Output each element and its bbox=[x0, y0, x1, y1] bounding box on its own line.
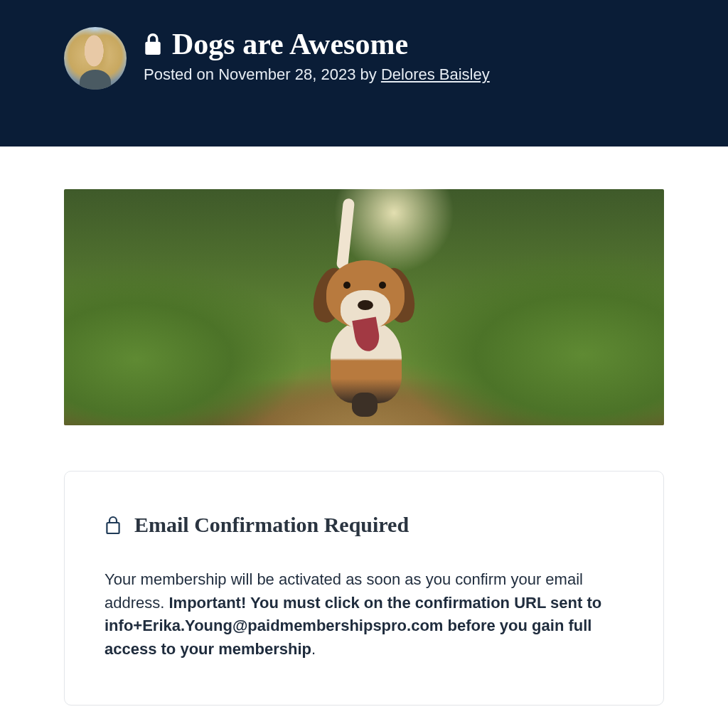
author-avatar[interactable] bbox=[64, 27, 127, 90]
content-area: Email Confirmation Required Your members… bbox=[0, 147, 728, 719]
meta-by: by bbox=[355, 65, 380, 83]
post-meta: Posted on November 28, 2023 by Delores B… bbox=[144, 65, 490, 84]
author-link[interactable]: Delores Baisley bbox=[381, 65, 490, 83]
notice-body-period: . bbox=[311, 640, 316, 658]
notice-title: Email Confirmation Required bbox=[134, 513, 409, 537]
notice-body-important: Important! You must click on the confirm… bbox=[105, 594, 601, 658]
post-date: November 28, 2023 bbox=[218, 65, 355, 83]
title-line: Dogs are Awesome bbox=[144, 27, 490, 61]
lock-outline-icon bbox=[105, 515, 122, 535]
post-title: Dogs are Awesome bbox=[172, 27, 408, 61]
meta-prefix: Posted on bbox=[144, 65, 218, 83]
featured-image bbox=[64, 189, 664, 425]
title-wrap: Dogs are Awesome Posted on November 28, … bbox=[144, 27, 490, 84]
post-header: Dogs are Awesome Posted on November 28, … bbox=[0, 0, 728, 147]
notice-card: Email Confirmation Required Your members… bbox=[64, 471, 664, 705]
lock-icon bbox=[144, 33, 162, 55]
notice-head: Email Confirmation Required bbox=[105, 513, 623, 537]
notice-body: Your membership will be activated as soo… bbox=[105, 568, 623, 661]
